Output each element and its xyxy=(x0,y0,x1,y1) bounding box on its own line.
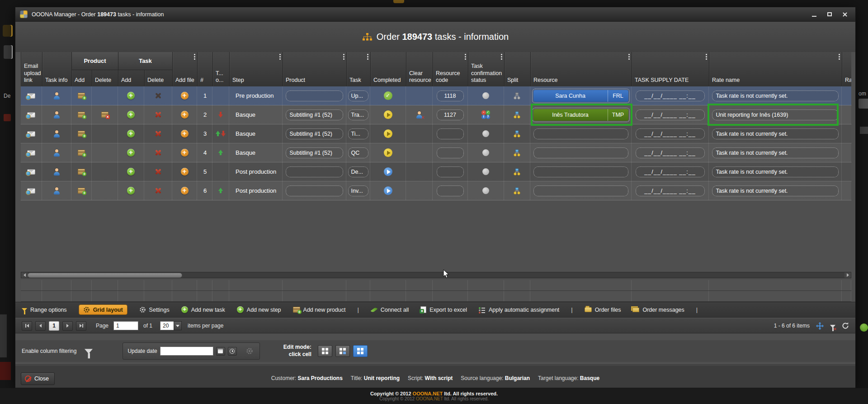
table-row-3[interactable]: 3 Basque Subtitling #1 (52) Ti... __/__/… xyxy=(21,124,851,143)
resource-pill[interactable]: Sara CunhaFRL xyxy=(533,90,628,102)
cell-resource-code[interactable]: 1127 xyxy=(437,109,464,120)
column-header-rate-name[interactable]: Rate name xyxy=(709,52,842,86)
product-add-icon[interactable] xyxy=(78,188,85,194)
completed-not-started-icon[interactable] xyxy=(384,186,392,195)
window-titlebar[interactable]: OOONA Manager - Order 189473 tasks - inf… xyxy=(15,7,855,22)
completed-in-progress-icon[interactable] xyxy=(384,129,392,138)
connect-all-button[interactable]: Connect all xyxy=(371,307,409,313)
column-filter-button[interactable] xyxy=(83,346,94,356)
column-menu-icon[interactable] xyxy=(343,54,344,60)
cell-rate-name[interactable]: Task rate is not currently set. xyxy=(712,166,839,177)
cell-step[interactable]: Post production xyxy=(229,162,283,181)
column-header-product[interactable]: Product xyxy=(283,52,346,86)
page-number-input[interactable] xyxy=(113,321,138,330)
task-delete-icon[interactable] xyxy=(155,187,161,194)
cell-task[interactable]: Ti... xyxy=(348,128,368,139)
task-info-icon[interactable] xyxy=(53,130,60,138)
cell-resource-code[interactable] xyxy=(437,128,464,139)
previous-page-button[interactable] xyxy=(35,321,46,331)
cell-task-supply-date[interactable]: __/__/____ __:__ xyxy=(636,90,705,101)
cell-task[interactable]: Inv... xyxy=(348,185,368,196)
column-header-split[interactable]: Split xyxy=(504,52,530,86)
cell-task-supply-date[interactable]: __/__/____ __:__ xyxy=(636,185,705,196)
brand-link[interactable]: OOONA.NET xyxy=(413,391,443,396)
confirmation-status-mixed-icon[interactable] xyxy=(481,110,490,119)
cell-product[interactable] xyxy=(286,166,343,177)
split-icon[interactable] xyxy=(513,149,521,157)
settings-button[interactable]: Settings xyxy=(139,306,170,313)
cell-task-supply-date[interactable]: __/__/____ __:__ xyxy=(636,128,705,139)
cell-task[interactable]: Tra... xyxy=(348,109,368,120)
column-menu-icon[interactable] xyxy=(839,54,840,60)
cell-resource-empty[interactable] xyxy=(533,147,628,158)
order-files-button[interactable]: Order files xyxy=(585,307,621,313)
cell-resource-empty[interactable] xyxy=(533,128,628,139)
cell-rate-name[interactable]: Task rate is not currently set. xyxy=(712,128,839,139)
cell-rate-name[interactable]: Task rate is not currently set. xyxy=(712,185,839,196)
completed-done-icon[interactable] xyxy=(384,91,392,100)
task-info-icon[interactable] xyxy=(53,92,60,100)
table-row-2[interactable]: 2 Basque Subtitling #1 (52) Tra... 1127 … xyxy=(21,105,851,124)
task-delete-icon[interactable] xyxy=(155,130,161,137)
column-header-task-order[interactable]: T... o... xyxy=(212,52,229,86)
add-file-icon[interactable] xyxy=(181,168,189,176)
split-icon[interactable] xyxy=(513,130,521,138)
task-delete-icon[interactable] xyxy=(155,111,161,118)
move-up-icon[interactable] xyxy=(216,131,221,137)
column-header-email-upload-link[interactable]: Email upload link xyxy=(21,52,42,86)
move-columns-icon[interactable] xyxy=(816,322,824,330)
range-options-button[interactable]: Range options xyxy=(22,307,67,313)
email-upload-icon[interactable] xyxy=(27,131,35,137)
product-delete-icon[interactable] xyxy=(101,112,108,118)
cell-resource-code[interactable] xyxy=(437,185,464,196)
cell-product[interactable] xyxy=(286,185,343,196)
cell-resource-empty[interactable] xyxy=(533,166,628,177)
apply-update-date-button[interactable] xyxy=(244,346,255,356)
page-size-select[interactable]: 20 xyxy=(160,321,182,330)
column-menu-icon[interactable] xyxy=(628,54,630,60)
dropdown-button[interactable] xyxy=(174,321,182,330)
cell-task[interactable]: QC xyxy=(348,147,368,158)
task-add-icon[interactable] xyxy=(127,130,135,138)
add-file-icon[interactable] xyxy=(181,111,189,119)
split-icon[interactable] xyxy=(513,92,521,100)
table-row-6[interactable]: 6 Post production Inv... __/__/____ __:_… xyxy=(21,181,851,200)
cell-product[interactable] xyxy=(286,90,343,101)
add-new-task-button[interactable]: Add new task xyxy=(181,306,225,313)
cell-step[interactable]: Basque xyxy=(229,124,283,143)
product-add-icon[interactable] xyxy=(78,131,85,137)
cell-step[interactable]: Basque xyxy=(229,143,283,162)
column-header-resource[interactable]: Resource xyxy=(530,52,632,86)
product-add-icon[interactable] xyxy=(78,150,85,156)
split-icon[interactable] xyxy=(513,168,521,176)
resource-pill[interactable]: Inês TradutoraTMP xyxy=(533,109,628,121)
column-header-number[interactable]: # xyxy=(197,52,212,86)
confirmation-status-icon[interactable] xyxy=(482,149,489,156)
add-file-icon[interactable] xyxy=(181,92,189,100)
view-mode-grid-button[interactable] xyxy=(318,345,332,357)
move-up-icon[interactable] xyxy=(218,150,223,156)
move-down-icon[interactable] xyxy=(221,131,226,137)
cell-product[interactable]: Subtitling #1 (52) xyxy=(286,109,343,120)
task-add-icon[interactable] xyxy=(127,149,135,157)
order-messages-button[interactable]: Order messages xyxy=(632,307,684,313)
add-file-icon[interactable] xyxy=(181,149,189,157)
move-down-icon[interactable] xyxy=(218,112,223,118)
cell-rate-name[interactable]: Task rate is not currently set. xyxy=(712,147,839,158)
confirmation-status-icon[interactable] xyxy=(482,92,489,99)
update-date-input[interactable] xyxy=(160,347,213,356)
scrollbar-thumb[interactable] xyxy=(28,273,182,278)
last-page-button[interactable] xyxy=(76,321,86,331)
column-header-task-info[interactable]: Task info xyxy=(42,52,71,86)
view-mode-cell-button[interactable] xyxy=(353,345,368,357)
scroll-right-button[interactable] xyxy=(844,272,851,278)
cell-rate-name[interactable]: Unit reporting for Inês (1639) xyxy=(712,109,839,120)
add-file-icon[interactable] xyxy=(181,187,189,195)
confirmation-status-icon[interactable] xyxy=(482,168,489,175)
task-info-icon[interactable] xyxy=(53,149,60,157)
calendar-button[interactable] xyxy=(216,347,225,356)
product-add-icon[interactable] xyxy=(78,112,85,118)
split-icon[interactable] xyxy=(513,111,521,119)
task-add-icon[interactable] xyxy=(127,187,135,195)
task-delete-icon[interactable] xyxy=(155,149,161,156)
